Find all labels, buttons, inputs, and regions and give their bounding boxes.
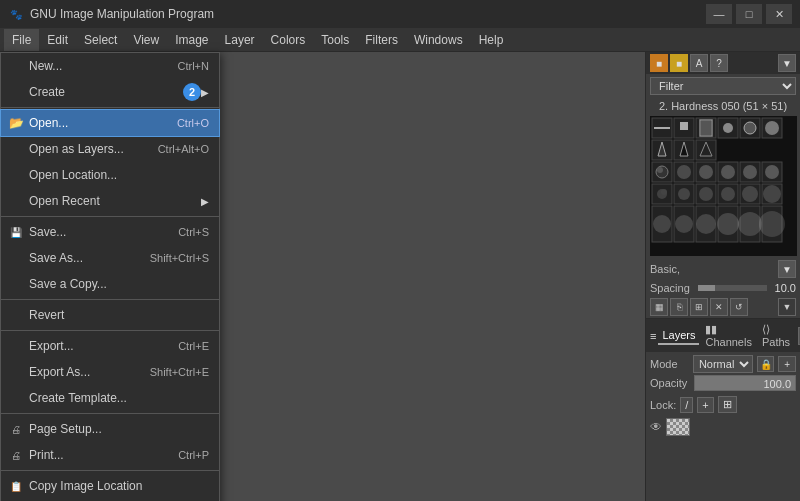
spacing-value: 10.0: [775, 282, 796, 294]
basic-dropdown[interactable]: ▼: [778, 260, 796, 278]
svg-point-47: [653, 215, 671, 233]
spacing-bar[interactable]: [698, 285, 767, 291]
menu-bar: File Edit Select View Image Layer Colors…: [0, 28, 800, 52]
menu-create-template[interactable]: Create Template...: [1, 385, 219, 411]
brushes-orange-icon[interactable]: ■: [650, 54, 668, 72]
brushes-info-icon[interactable]: ?: [710, 54, 728, 72]
label: Create Template...: [29, 391, 127, 405]
label: Open Recent: [29, 194, 100, 208]
label: Create: [29, 85, 65, 99]
menu-open-recent[interactable]: Open Recent ▶: [1, 188, 219, 214]
menu-layer[interactable]: Layer: [217, 29, 263, 51]
menu-page-setup[interactable]: 🖨 Page Setup...: [1, 416, 219, 442]
menu-windows[interactable]: Windows: [406, 29, 471, 51]
menu-save-as[interactable]: Save As... Shift+Ctrl+S: [1, 245, 219, 271]
svg-point-9: [723, 123, 733, 133]
lock-btn-slash[interactable]: /: [680, 397, 693, 413]
basic-label: Basic,: [650, 263, 714, 275]
mode-extra[interactable]: +: [778, 356, 796, 372]
spacing-label: Spacing: [650, 282, 690, 294]
label: Save...: [29, 225, 66, 239]
minimize-button[interactable]: —: [706, 4, 732, 24]
brushes-text-icon[interactable]: A: [690, 54, 708, 72]
divider: [1, 299, 219, 300]
menu-colors[interactable]: Colors: [263, 29, 314, 51]
open-icon: 📂: [7, 116, 25, 130]
brushes-panel: ■ ■ A ? ▼ Filter 2. Hardness 050 (51 × 5…: [646, 52, 800, 319]
svg-point-22: [657, 167, 663, 173]
brushes-yellow-icon[interactable]: ■: [670, 54, 688, 72]
brushes-collapse[interactable]: ▼: [778, 54, 796, 72]
opacity-value: 100.0: [763, 376, 791, 392]
copy-icon: 📋: [7, 481, 25, 492]
submenu-arrow: ▶: [201, 87, 209, 98]
lock-btn-plus[interactable]: +: [697, 397, 713, 413]
layer-visibility-icon[interactable]: 👁: [650, 420, 662, 434]
brush-panel-collapse[interactable]: ▼: [778, 298, 796, 316]
menu-view[interactable]: View: [125, 29, 167, 51]
menu-export-as[interactable]: Export As... Shift+Ctrl+E: [1, 359, 219, 385]
divider: [1, 413, 219, 414]
svg-rect-7: [701, 121, 711, 135]
file-menu: New... Ctrl+N Create ▶ 2 📂 Open... Ctrl+…: [0, 52, 220, 501]
menu-select[interactable]: Select: [76, 29, 125, 51]
basic-row: Basic, ▼: [646, 258, 800, 280]
maximize-button[interactable]: □: [736, 4, 762, 24]
label: Open Location...: [29, 168, 117, 182]
svg-point-26: [699, 165, 713, 179]
opacity-bar[interactable]: 100.0: [694, 375, 796, 391]
menu-revert[interactable]: Revert: [1, 302, 219, 328]
menu-copy-image-location[interactable]: 📋 Copy Image Location: [1, 473, 219, 499]
tab-paths[interactable]: ⟨⟩ Paths: [758, 321, 794, 350]
menu-save-copy[interactable]: Save a Copy...: [1, 271, 219, 297]
menu-export[interactable]: Export... Ctrl+E: [1, 333, 219, 359]
brush-tool-delete[interactable]: ✕: [710, 298, 728, 316]
menu-image[interactable]: Image: [167, 29, 216, 51]
brush-tool-paste[interactable]: ⊞: [690, 298, 708, 316]
opacity-row: Opacity 100.0: [650, 375, 796, 391]
brush-name: 2. Hardness 050 (51 × 51): [646, 98, 800, 114]
brush-tool-refresh[interactable]: ↺: [730, 298, 748, 316]
menu-create[interactable]: Create ▶ 2: [1, 79, 219, 105]
tab-layers[interactable]: Layers: [658, 327, 699, 345]
brush-toolbar: ▦ ⎘ ⊞ ✕ ↺ ▼: [646, 296, 800, 318]
menu-help[interactable]: Help: [471, 29, 512, 51]
menu-edit[interactable]: Edit: [39, 29, 76, 51]
close-button[interactable]: ✕: [766, 4, 792, 24]
svg-point-11: [744, 122, 756, 134]
brush-tool-grid[interactable]: ▦: [650, 298, 668, 316]
svg-point-30: [743, 165, 757, 179]
label: Page Setup...: [29, 422, 102, 436]
svg-point-49: [675, 215, 693, 233]
filter-dropdown[interactable]: Filter: [650, 77, 796, 95]
svg-point-32: [765, 165, 779, 179]
menu-save[interactable]: 💾 Save... Ctrl+S: [1, 219, 219, 245]
layer-thumbnail: [666, 418, 690, 436]
label: Copy Image Location: [29, 479, 142, 493]
svg-point-51: [696, 214, 716, 234]
app-title: GNU Image Manipulation Program: [30, 7, 706, 21]
layers-controls: Mode Normal 🔒 + Opacity 100.0: [646, 352, 800, 394]
lock-btn-grid[interactable]: ⊞: [718, 396, 737, 413]
svg-point-24: [677, 165, 691, 179]
layers-panel: ≡ Layers ▮▮ Channels ⟨⟩ Paths ▼ Mode Nor…: [646, 319, 800, 501]
divider: [1, 470, 219, 471]
brush-tool-copy[interactable]: ⎘: [670, 298, 688, 316]
title-bar: 🐾 GNU Image Manipulation Program — □ ✕: [0, 0, 800, 28]
create-badge: 2: [183, 83, 201, 101]
menu-file[interactable]: File: [4, 29, 39, 51]
label: Save As...: [29, 251, 83, 265]
mode-lock[interactable]: 🔒: [757, 356, 775, 372]
menu-open[interactable]: 📂 Open... Ctrl+O: [1, 110, 219, 136]
mode-select[interactable]: Normal: [693, 355, 753, 373]
menu-open-layers[interactable]: Open as Layers... Ctrl+Alt+O: [1, 136, 219, 162]
menu-open-location[interactable]: Open Location...: [1, 162, 219, 188]
menu-tools[interactable]: Tools: [313, 29, 357, 51]
print-icon: 🖨: [7, 450, 25, 461]
menu-new[interactable]: New... Ctrl+N: [1, 53, 219, 79]
svg-point-13: [765, 121, 779, 135]
menu-print[interactable]: 🖨 Print... Ctrl+P: [1, 442, 219, 468]
tab-channels[interactable]: ▮▮ Channels: [701, 321, 755, 350]
menu-filters[interactable]: Filters: [357, 29, 406, 51]
app-icon: 🐾: [8, 6, 24, 22]
